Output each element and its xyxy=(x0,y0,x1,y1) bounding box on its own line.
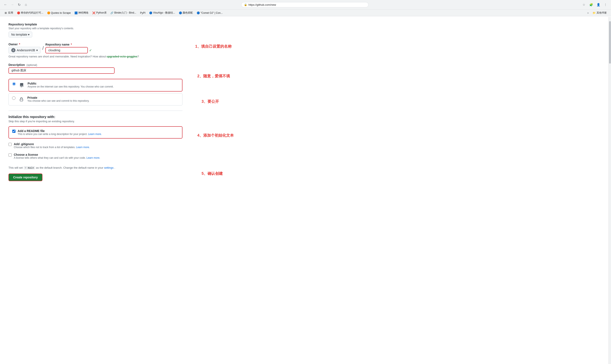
bookmark-2-label: Quotes to Scrape xyxy=(51,12,71,14)
apps-icon: ⊞ xyxy=(4,12,7,14)
bookmark-1-label: 将你的代码运行可... xyxy=(21,11,43,15)
public-desc: Anyone on the internet can see this repo… xyxy=(28,85,113,88)
bookmark-5-icon: 🔗 xyxy=(111,12,113,14)
scrollbar-thumb[interactable] xyxy=(609,21,611,64)
account-button[interactable]: 👤 xyxy=(595,2,601,8)
address-bar[interactable]: 🔒 xyxy=(241,2,369,7)
toolbar-actions: ☆ 🧩 👤 ⋮ xyxy=(581,2,609,8)
private-icon xyxy=(18,96,25,103)
annotation-4: 4、添加个初始化文本 xyxy=(197,133,234,138)
repo-name-input[interactable] xyxy=(45,47,88,53)
license-text: Choose a license A license tells others … xyxy=(14,153,100,159)
home-button[interactable]: ⌂ xyxy=(23,2,29,8)
description-section: Description (optional) xyxy=(9,63,182,74)
extensions-button[interactable]: 🧩 xyxy=(588,2,594,8)
owner-value: AndersonHJB xyxy=(17,49,35,52)
description-optional: (optional) xyxy=(27,64,37,66)
readme-checkbox[interactable] xyxy=(12,130,15,133)
bookmark-9[interactable]: 🔵 "Comet OJ" | Con... xyxy=(195,11,224,15)
template-desc: Start your repository with a template re… xyxy=(9,27,182,30)
gitignore-option[interactable]: Add .gitignore Choose which files not to… xyxy=(9,141,182,150)
template-section: Repository template Start your repositor… xyxy=(9,23,182,38)
page-wrapper: Repository template Start your repositor… xyxy=(0,16,611,207)
readme-desc: This is where you can write a long descr… xyxy=(18,133,102,136)
template-dropdown-icon: ▾ xyxy=(28,33,29,36)
private-title: Private xyxy=(27,96,89,99)
suggestion-link[interactable]: upgraded-octo-goggles xyxy=(107,55,137,58)
bookmark-1[interactable]: 🔴 将你的代码运行可... xyxy=(15,10,45,15)
annotation-3: 3、要公开 xyxy=(202,99,219,104)
bookmark-8-icon: 🔵 xyxy=(179,12,182,14)
bookmark-folder-icon: 📁 xyxy=(593,12,596,14)
annotation-2: 2、随意，爱填不填 xyxy=(197,74,230,78)
license-desc: A license tells others what they can and… xyxy=(14,156,100,159)
visibility-public-radio[interactable] xyxy=(12,82,16,86)
bookmark-4-label: Python库 xyxy=(96,11,107,15)
readme-learn-more-link[interactable]: Learn more. xyxy=(88,133,102,136)
readme-option[interactable]: Add a README file This is where you can … xyxy=(9,126,182,139)
bookmark-folder[interactable]: 📁 其他书签 xyxy=(591,10,609,15)
license-checkbox[interactable] xyxy=(9,153,12,156)
back-button[interactable]: ← xyxy=(2,2,9,8)
bookmark-5[interactable]: 🔗 Binder入门 - Bind... xyxy=(109,10,138,15)
bookmark-3[interactable]: 🟦 神经网络 xyxy=(73,10,90,15)
gitignore-desc: Choose which files not to track from a l… xyxy=(14,146,90,149)
gitignore-title: Add .gitignore xyxy=(14,142,90,146)
bookmark-8-label: 颜色搭配 xyxy=(183,11,193,15)
bookmark-apps-label: 应用 xyxy=(8,11,13,15)
readme-title: Add a README file xyxy=(18,129,102,133)
visibility-private-radio[interactable] xyxy=(12,96,15,100)
gitignore-checkbox[interactable] xyxy=(9,143,12,146)
visibility-private-option[interactable]: Private You choose who can see and commi… xyxy=(9,93,182,105)
bookmark-4[interactable]: ❌ Python库 xyxy=(91,10,108,15)
create-repository-button[interactable]: Create repository xyxy=(9,173,42,181)
bookmark-7[interactable]: 🔵 VisuAlgo - 数据结... xyxy=(147,10,177,15)
repo-name-label: Repository name * xyxy=(45,43,92,46)
bookmark-3-icon: 🟦 xyxy=(74,12,77,14)
license-learn-more-link[interactable]: Learn more. xyxy=(86,156,100,159)
bookmark-3-label: 神经网络 xyxy=(78,11,88,15)
initialize-section: Initialize this repository with: Skip th… xyxy=(9,115,182,161)
visibility-public-text: Public Anyone on the internet can see th… xyxy=(28,82,113,88)
bookmark-1-icon: 🔴 xyxy=(17,12,20,14)
repo-name-valid-icon: ✓ xyxy=(89,48,92,52)
license-option[interactable]: Choose a license A license tells others … xyxy=(9,151,182,161)
annotations-panel: 1、填自己设置的名称 2、随意，爱填不填 3、要公开 4、添加个初始化文本 5、… xyxy=(191,16,265,207)
bookmark-star-button[interactable]: ☆ xyxy=(581,2,587,8)
repo-name-required-marker: * xyxy=(71,43,72,46)
reload-button[interactable]: ↻ xyxy=(16,2,22,8)
visibility-public-option[interactable]: Public Anyone on the internet can see th… xyxy=(9,79,182,91)
gitignore-text: Add .gitignore Choose which files not to… xyxy=(14,142,90,149)
forward-button[interactable]: → xyxy=(9,2,15,8)
bookmark-9-icon: 🔵 xyxy=(197,12,200,14)
public-title: Public xyxy=(28,82,113,85)
bookmark-4-icon: ❌ xyxy=(92,12,95,14)
bookmark-6-label: PyPI xyxy=(140,12,145,14)
owner-label: Owner * xyxy=(9,43,41,46)
bookmark-apps[interactable]: ⊞ 应用 xyxy=(2,10,15,15)
bookmarks-bar: ⊞ 应用 🔴 将你的代码运行可... 🟠 Quotes to Scrape 🟦 … xyxy=(0,9,611,16)
description-input[interactable] xyxy=(9,67,114,74)
bookmark-2[interactable]: 🟠 Quotes to Scrape xyxy=(45,11,72,15)
browser-chrome: ← → ↻ ⌂ 🔒 ☆ 🧩 👤 ⋮ ⊞ 应用 🔴 将你的代码运行可... 🟠 Q… xyxy=(0,0,611,16)
url-input[interactable] xyxy=(249,3,366,6)
settings-link[interactable]: settings xyxy=(104,166,113,169)
menu-button[interactable]: ⋮ xyxy=(602,2,609,8)
browser-toolbar: ← → ↻ ⌂ 🔒 ☆ 🧩 👤 ⋮ xyxy=(0,0,611,9)
owner-repo-row: Owner * A AndersonHJB ▾ / Repository nam… xyxy=(9,43,182,54)
scrollbar[interactable] xyxy=(609,17,611,207)
init-title: Initialize this repository with: xyxy=(9,115,182,119)
bookmark-6[interactable]: PyPI xyxy=(138,11,147,15)
public-icon xyxy=(18,82,25,89)
template-button[interactable]: No template ▾ xyxy=(9,32,32,38)
section-divider xyxy=(9,111,182,111)
bookmarks-more-button[interactable]: » xyxy=(585,11,590,15)
bookmark-8[interactable]: 🔵 颜色搭配 xyxy=(177,10,194,15)
owner-avatar: A xyxy=(11,48,15,52)
visibility-private-text: Private You choose who can see and commi… xyxy=(27,96,89,102)
owner-select[interactable]: A AndersonHJB ▾ xyxy=(9,47,41,54)
bookmark-2-icon: 🟠 xyxy=(47,12,50,14)
gitignore-learn-more-link[interactable]: Learn more. xyxy=(76,146,90,149)
bookmark-7-icon: 🔵 xyxy=(149,12,152,14)
private-desc: You choose who can see and commit to thi… xyxy=(27,99,89,102)
